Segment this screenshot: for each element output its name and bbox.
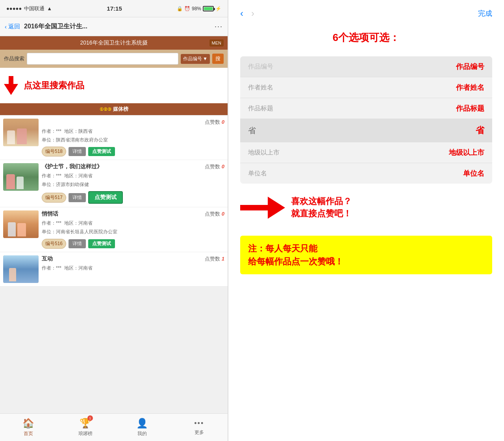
wifi-icon: ▲ — [47, 6, 52, 11]
option-row-1[interactable]: 作者姓名 作者姓名 — [240, 77, 492, 98]
status-bar: ●●●●● 中国联通 ▲ 17:15 🔒 ⏰ 98% ⚡ — [0, 0, 228, 17]
more-button[interactable]: ··· — [215, 22, 223, 31]
table-row: 点赞数 0 作者：*** 地区：陕西省 单位：陕西省渭南市政府办公室 编号518… — [0, 115, 228, 160]
option-left-1: 作者姓名 — [248, 84, 273, 92]
option-left-3: 省 — [248, 125, 256, 136]
home-icon: 🏠 — [22, 418, 34, 429]
likes-num-1: 0 — [222, 119, 224, 125]
rank-numbers-icon: ①②③ — [100, 107, 111, 112]
carrier-label: 中国联通 — [24, 5, 44, 12]
work-title-row-2: 《护士节，我们这样过》 点赞数 0 — [42, 163, 224, 170]
like-button-3[interactable]: 点赞测试 — [88, 239, 115, 248]
likes-count-1: 点赞数 0 — [205, 119, 224, 126]
status-right: 🔒 ⏰ 98% ⚡ — [177, 6, 221, 11]
option-row-3[interactable]: 省 省 — [240, 119, 492, 142]
tab-mine[interactable]: 👤 我的 — [114, 418, 171, 437]
search-annotation: 点这里搜索作品 — [4, 76, 84, 95]
nav-bar: ‹ 返回 2016年全国卫生计生... ··· — [0, 17, 228, 36]
table-row: 互动 点赞数 1 作者：*** 地区：河南省 — [0, 252, 228, 287]
likes-num-3: 0 — [222, 211, 224, 217]
option-right-1: 作者姓名 — [456, 83, 484, 92]
work-meta-2: 作者：*** 地区：河南省 单位：济源市妇幼保健 — [42, 172, 224, 189]
search-bar: 作品搜索 作品编号 ▼ 搜 — [0, 50, 228, 68]
forward-arrow-button[interactable]: › — [251, 8, 254, 19]
tab-more-label: 更多 — [195, 429, 204, 436]
bottom-tab-bar: 🏠 首页 🏆 1 琅琊榜 👤 我的 ••• 更多 — [0, 413, 228, 441]
like-button-2[interactable]: 点赞测试 — [88, 191, 123, 204]
option-right-3: 省 — [476, 125, 484, 136]
search-annotation-text: 点这里搜索作品 — [24, 80, 84, 91]
back-arrow-button[interactable]: ‹ — [240, 8, 243, 19]
like-line1: 喜欢这幅作品？ — [291, 195, 352, 208]
status-left: ●●●●● 中国联通 ▲ — [6, 5, 52, 12]
options-list: 作品编号 作品编号 作者姓名 作者姓名 作品标题 作品标题 省 省 地级以上市 … — [240, 56, 492, 184]
like-annotation: 喜欢这幅作品？ 就直接点赞吧！ — [240, 195, 492, 220]
search-type-label: 作品编号 — [183, 56, 202, 62]
tab-home[interactable]: 🏠 首页 — [0, 418, 57, 437]
done-button[interactable]: 完成 — [478, 9, 492, 18]
tab-more[interactable]: ••• 更多 — [171, 419, 228, 436]
user-icon: 👤 — [136, 418, 148, 429]
tab-media-rank[interactable]: ①②③ 媒体榜 — [0, 103, 228, 115]
menu-button[interactable]: MEN — [209, 39, 224, 47]
option-row-5[interactable]: 单位名 单位名 — [240, 163, 492, 184]
author-2: 作者：*** — [42, 173, 61, 179]
likes-label-3: 点赞数 — [205, 211, 220, 217]
work-title-4: 互动 — [42, 255, 53, 262]
tab-ranking[interactable]: 🏆 1 琅琊榜 — [57, 418, 114, 437]
option-left-5: 单位名 — [248, 169, 267, 178]
work-title-row-4: 互动 点赞数 1 — [42, 255, 224, 262]
detail-button-2[interactable]: 详情 — [69, 193, 86, 202]
work-title-2: 《护士节，我们这样过》 — [42, 163, 102, 170]
work-thumbnail-4 — [3, 255, 39, 283]
id-button-1[interactable]: 编号518 — [42, 147, 66, 156]
up-arrow-indicator — [4, 76, 18, 95]
detail-button-1[interactable]: 详情 — [69, 147, 86, 156]
like-line2: 就直接点赞吧！ — [291, 208, 352, 220]
org-2: 单位：济源市妇幼保健 — [42, 182, 89, 187]
dropdown-icon: ▼ — [203, 56, 208, 61]
search-type-button[interactable]: 作品编号 ▼ — [181, 54, 210, 64]
nav-arrows: ‹ › — [240, 8, 254, 19]
option-right-2: 作品标题 — [456, 104, 484, 113]
right-arrow-like — [240, 197, 285, 219]
work-meta-3: 作者：*** 地区：河南省 单位：河南省长垣县人民医院办公室 — [42, 219, 224, 236]
notice-text: 注：每人每天只能 给每幅作品点一次赞哦！ — [248, 242, 484, 268]
option-right-5: 单位名 — [463, 169, 484, 178]
id-button-3[interactable]: 编号516 — [42, 239, 66, 249]
option-right-4: 地级以上市 — [449, 148, 484, 157]
work-meta-4: 作者：*** 地区：河南省 — [42, 264, 224, 273]
chevron-left-icon: ‹ — [5, 23, 7, 30]
id-button-2[interactable]: 编号517 — [42, 193, 66, 203]
region-3: 地区：河南省 — [64, 220, 93, 226]
tab-mine-label: 我的 — [137, 430, 147, 437]
options-title: 6个选项可选： — [240, 31, 492, 45]
likes-num-4: 1 — [222, 256, 224, 262]
tab-home-label: 首页 — [24, 430, 33, 437]
option-left-2: 作品标题 — [248, 104, 273, 113]
option-row-4[interactable]: 地级以上市 地级以上市 — [240, 142, 492, 163]
region-4: 地区：河南省 — [64, 265, 93, 271]
option-left-4: 地级以上市 — [248, 149, 280, 157]
option-right-0: 作品编号 — [456, 62, 484, 71]
search-input[interactable] — [27, 53, 178, 64]
option-left-0: 作品编号 — [248, 63, 273, 71]
back-button[interactable]: ‹ 返回 — [5, 23, 20, 30]
like-button-1[interactable]: 点赞测试 — [88, 147, 115, 156]
author-1: 作者：*** — [42, 128, 61, 134]
detail-button-3[interactable]: 详情 — [69, 239, 86, 248]
notice-box: 注：每人每天只能 给每幅作品点一次赞哦！ — [240, 236, 492, 274]
option-row-0[interactable]: 作品编号 作品编号 — [240, 56, 492, 77]
notice-line1: 注：每人每天只能 — [248, 242, 484, 255]
back-label: 返回 — [8, 23, 20, 30]
work-buttons-1: 编号518 详情 点赞测试 — [42, 147, 224, 156]
rank-badge: 1 — [87, 415, 93, 421]
work-info-2: 《护士节，我们这样过》 点赞数 0 作者：*** 地区：河南省 单位：济源市妇幼… — [42, 163, 224, 204]
charge-icon: ⚡ — [215, 6, 221, 11]
table-row: 《护士节，我们这样过》 点赞数 0 作者：*** 地区：河南省 单位：济源市妇幼… — [0, 160, 228, 207]
search-button[interactable]: 搜 — [212, 54, 224, 64]
app-header: 2016年全国卫生计生系统摄 MEN — [0, 36, 228, 50]
work-info-4: 互动 点赞数 1 作者：*** 地区：河南省 — [42, 255, 224, 283]
option-row-2[interactable]: 作品标题 作品标题 — [240, 98, 492, 119]
content-area: 2016年全国卫生计生系统摄 MEN 作品搜索 作品编号 ▼ 搜 — [0, 36, 228, 413]
